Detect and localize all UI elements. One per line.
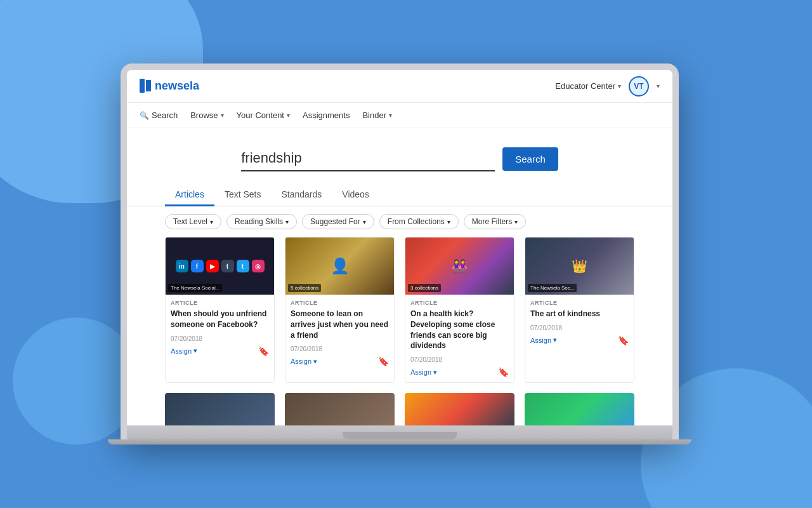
nav-assignments-label: Assignments	[303, 110, 350, 120]
article-title-1: When should you unfriend someone on Face…	[171, 309, 269, 330]
newsela-social-overlay: The Newsela Social...	[168, 284, 222, 292]
article-title-2: Someone to lean on arrives just when you…	[291, 309, 389, 340]
logo-text: newsela	[155, 79, 199, 93]
assign-chevron-icon-2: ▾	[313, 358, 317, 366]
user-avatar[interactable]: VT	[629, 76, 649, 97]
assign-button-3[interactable]: Assign ▾	[410, 368, 437, 377]
assign-chevron-icon-1: ▾	[193, 347, 197, 355]
laptop-screen: newsela Educator Center ▾ VT ▾	[127, 70, 672, 425]
assign-chevron-icon-3: ▾	[433, 368, 437, 377]
assign-button-4[interactable]: Assign ▾	[530, 336, 557, 344]
secondary-nav: 🔍 Search Browse ▾ Your Content ▾ Assignm…	[127, 103, 672, 128]
filter-chevron-icon-3: ▾	[363, 218, 366, 225]
tab-text-sets[interactable]: Text Sets	[214, 184, 272, 206]
filter-chevron-icon-5: ▾	[514, 218, 518, 225]
nav-assignments[interactable]: Assignments	[303, 110, 350, 120]
nav-browse-label: Browse	[190, 110, 218, 120]
twitter-icon: t	[237, 260, 249, 272]
article-thumb-3: 👭 3 collections	[405, 237, 514, 295]
educator-center-button[interactable]: Educator Center ▾	[555, 81, 621, 91]
article-date-4: 07/20/2018	[530, 324, 629, 331]
educator-center-label: Educator Center	[555, 81, 615, 91]
filter-text-level[interactable]: Text Level ▾	[165, 214, 221, 229]
bottom-thumb-2	[285, 393, 395, 425]
tab-standards[interactable]: Standards	[272, 184, 332, 206]
user-chevron-icon: ▾	[657, 83, 660, 90]
article-card-4[interactable]: 👑 The Newsela Soc... ARTICLE The art of …	[525, 237, 634, 383]
search-icon: 🔍	[140, 111, 149, 120]
tabs-row: Articles Text Sets Standards Videos	[127, 184, 672, 206]
assign-chevron-icon-4: ▾	[553, 336, 557, 344]
top-nav: newsela Educator Center ▾ VT ▾	[127, 70, 672, 103]
user-initials: VT	[634, 82, 643, 91]
filter-more-filters[interactable]: More Filters ▾	[464, 214, 526, 229]
filter-chevron-icon-4: ▾	[447, 218, 450, 225]
tab-videos[interactable]: Videos	[332, 184, 379, 206]
app-content: newsela Educator Center ▾ VT ▾	[127, 70, 672, 425]
article-footer-2: Assign ▾ 🔖	[291, 356, 389, 366]
bookmark-icon-2[interactable]: 🔖	[378, 356, 389, 366]
bookmark-icon-1[interactable]: 🔖	[258, 346, 269, 356]
article-body-4: ARTICLE The art of kindness 07/20/2018 A…	[525, 295, 634, 351]
nav-your-content-label: Your Content	[237, 110, 284, 120]
filters-row: Text Level ▾ Reading Skills ▾ Suggested …	[127, 206, 672, 237]
tumblr-icon: t	[221, 260, 234, 272]
nav-browse[interactable]: Browse ▾	[190, 110, 223, 120]
filter-chevron-icon-2: ▾	[285, 218, 289, 225]
article-type-4: ARTICLE	[530, 300, 629, 306]
logo-rect-1	[140, 79, 145, 93]
search-area: friendship Search	[127, 128, 672, 184]
assign-button-1[interactable]: Assign ▾	[171, 347, 197, 355]
assign-button-2[interactable]: Assign ▾	[291, 358, 317, 366]
article-thumb-1: in f ▶ t t ◎ The Newsela Social...	[166, 237, 274, 295]
article-type-1: ARTICLE	[171, 300, 269, 306]
logo[interactable]: newsela	[140, 79, 199, 93]
bottom-thumb-1	[165, 393, 275, 425]
article-footer-1: Assign ▾ 🔖	[171, 346, 269, 356]
linkedin-icon: in	[176, 260, 188, 272]
bookmark-icon-3[interactable]: 🔖	[498, 367, 509, 377]
article-card-1[interactable]: in f ▶ t t ◎ The Newsela Social... ARTIC…	[165, 237, 275, 383]
article-body-2: ARTICLE Someone to lean on arrives just …	[285, 295, 394, 371]
article-body-3: ARTICLE On a health kick? Developing som…	[405, 295, 514, 382]
article-footer-3: Assign ▾ 🔖	[410, 367, 509, 377]
article-type-3: ARTICLE	[410, 300, 509, 306]
tab-articles[interactable]: Articles	[165, 184, 214, 206]
article-type-2: ARTICLE	[291, 300, 389, 306]
article-date-2: 07/20/2018	[291, 345, 389, 352]
articles-grid: in f ▶ t t ◎ The Newsela Social... ARTIC…	[127, 237, 672, 393]
bottom-thumb-4	[525, 393, 634, 425]
article-thumb-4: 👑 The Newsela Soc...	[525, 237, 634, 295]
filter-reading-skills[interactable]: Reading Skills ▾	[226, 214, 297, 229]
nav-binder-label: Binder	[362, 110, 386, 120]
article-date-3: 07/20/2018	[410, 356, 509, 363]
chevron-down-icon: ▾	[618, 83, 621, 90]
nav-binder[interactable]: Binder ▾	[362, 110, 392, 120]
your-content-chevron-icon: ▾	[287, 112, 290, 119]
nav-search-label: Search	[152, 110, 178, 120]
article-title-4: The art of kindness	[530, 309, 629, 319]
filter-from-collections[interactable]: From Collections ▾	[379, 214, 459, 229]
main-content: friendship Search Articles Text Sets	[127, 128, 672, 425]
filter-chevron-icon-1: ▾	[210, 218, 213, 225]
nav-right: Educator Center ▾ VT ▾	[555, 76, 660, 97]
nav-your-content[interactable]: Your Content ▾	[237, 110, 290, 120]
search-button[interactable]: Search	[502, 147, 558, 171]
collections-overlay-2: 5 collections	[288, 284, 321, 292]
bottom-thumb-3	[405, 393, 514, 425]
search-input[interactable]: friendship	[241, 146, 495, 171]
article-thumb-2: 👤 5 collections	[285, 237, 394, 295]
facebook-icon: f	[191, 260, 204, 272]
article-date-1: 07/20/2018	[171, 335, 269, 342]
logo-icon	[140, 80, 151, 93]
laptop-container: newsela Educator Center ▾ VT ▾	[121, 64, 691, 444]
collections-overlay-3: 3 collections	[408, 284, 441, 292]
laptop-base	[127, 425, 672, 439]
collections-overlay-4: The Newsela Soc...	[528, 284, 577, 292]
article-card-3[interactable]: 👭 3 collections ARTICLE On a health kick…	[405, 237, 514, 383]
nav-search[interactable]: 🔍 Search	[140, 110, 178, 120]
filter-suggested-for[interactable]: Suggested For ▾	[302, 214, 374, 229]
article-card-2[interactable]: 👤 5 collections ARTICLE Someone to lean …	[285, 237, 395, 383]
laptop-screen-frame: newsela Educator Center ▾ VT ▾	[121, 64, 679, 439]
bookmark-icon-4[interactable]: 🔖	[618, 335, 629, 345]
